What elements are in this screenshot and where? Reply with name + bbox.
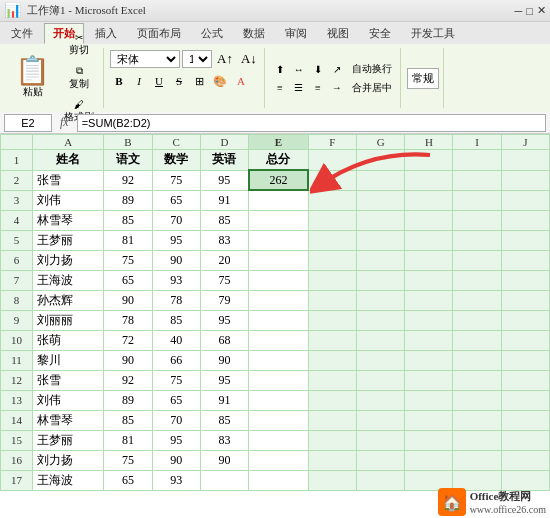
table-cell[interactable] (501, 470, 549, 490)
table-cell[interactable] (453, 310, 501, 330)
underline-button[interactable]: U (150, 72, 168, 90)
table-cell[interactable]: 90 (152, 250, 200, 270)
bold-button[interactable]: B (110, 72, 128, 90)
table-cell[interactable]: 91 (200, 190, 248, 210)
table-cell[interactable] (453, 170, 501, 190)
table-cell[interactable]: 93 (152, 470, 200, 490)
row-header-11[interactable]: 11 (1, 350, 33, 370)
number-format-select[interactable]: 常规 (407, 68, 439, 89)
table-cell[interactable] (453, 270, 501, 290)
row-header-6[interactable]: 6 (1, 250, 33, 270)
table-cell[interactable] (501, 310, 549, 330)
table-cell[interactable] (405, 470, 453, 490)
table-cell[interactable]: 刘力扬 (33, 450, 104, 470)
table-cell[interactable] (453, 150, 501, 171)
table-cell[interactable]: 72 (104, 330, 152, 350)
table-cell[interactable] (249, 210, 309, 230)
table-cell[interactable] (249, 370, 309, 390)
tab-view[interactable]: 视图 (318, 23, 358, 44)
table-cell[interactable] (308, 150, 356, 171)
table-cell[interactable] (308, 310, 356, 330)
row-header-7[interactable]: 7 (1, 270, 33, 290)
table-cell[interactable]: 95 (152, 230, 200, 250)
tab-developer[interactable]: 开发工具 (402, 23, 464, 44)
table-cell[interactable]: 75 (152, 170, 200, 190)
table-cell[interactable] (308, 290, 356, 310)
table-cell[interactable] (453, 470, 501, 490)
table-cell[interactable] (501, 450, 549, 470)
table-cell[interactable] (249, 330, 309, 350)
table-cell[interactable]: 85 (104, 410, 152, 430)
table-cell[interactable] (357, 370, 405, 390)
table-cell[interactable] (357, 470, 405, 490)
row-header-16[interactable]: 16 (1, 450, 33, 470)
table-cell[interactable] (357, 250, 405, 270)
table-cell[interactable] (501, 230, 549, 250)
table-cell[interactable] (405, 450, 453, 470)
table-cell[interactable]: 95 (152, 430, 200, 450)
italic-button[interactable]: I (130, 72, 148, 90)
table-cell[interactable]: 95 (200, 310, 248, 330)
cut-button[interactable]: ✂ 剪切 (59, 29, 99, 60)
table-cell[interactable] (308, 190, 356, 210)
table-cell[interactable]: 王梦丽 (33, 430, 104, 450)
table-cell[interactable] (501, 330, 549, 350)
row-header-15[interactable]: 15 (1, 430, 33, 450)
table-cell[interactable] (357, 330, 405, 350)
table-cell[interactable] (200, 470, 248, 490)
table-cell[interactable]: 95 (200, 170, 248, 190)
copy-button[interactable]: ⧉ 复制 (59, 62, 99, 94)
row-header-10[interactable]: 10 (1, 330, 33, 350)
table-cell[interactable] (453, 370, 501, 390)
table-cell[interactable] (249, 450, 309, 470)
table-cell[interactable]: 王海波 (33, 270, 104, 290)
row-header-9[interactable]: 9 (1, 310, 33, 330)
align-top-button[interactable]: ⬆ (271, 61, 289, 77)
table-cell[interactable] (405, 210, 453, 230)
merge-center-button[interactable]: 合并居中 (348, 79, 396, 97)
table-cell[interactable]: 张雪 (33, 170, 104, 190)
wrap-text-button[interactable]: 自动换行 (348, 60, 396, 78)
table-cell[interactable]: 林雪琴 (33, 210, 104, 230)
table-cell[interactable] (249, 410, 309, 430)
table-cell[interactable] (249, 270, 309, 290)
table-cell[interactable] (357, 290, 405, 310)
table-cell[interactable] (453, 430, 501, 450)
table-cell[interactable] (453, 290, 501, 310)
align-center-button[interactable]: ☰ (290, 79, 308, 95)
table-cell[interactable]: 张萌 (33, 330, 104, 350)
cell-reference-input[interactable] (4, 114, 52, 132)
orientation-button[interactable]: ↗ (328, 61, 346, 77)
tab-file[interactable]: 文件 (2, 23, 42, 44)
row-header-8[interactable]: 8 (1, 290, 33, 310)
table-cell[interactable] (405, 170, 453, 190)
table-cell[interactable]: 90 (200, 350, 248, 370)
window-maximize[interactable]: □ (526, 5, 533, 17)
table-cell[interactable]: 66 (152, 350, 200, 370)
table-cell[interactable] (453, 190, 501, 210)
table-cell[interactable] (249, 390, 309, 410)
table-cell[interactable] (357, 270, 405, 290)
table-cell[interactable] (501, 190, 549, 210)
table-cell[interactable] (357, 170, 405, 190)
table-cell[interactable] (453, 450, 501, 470)
table-cell[interactable]: 95 (200, 370, 248, 390)
window-close[interactable]: ✕ (537, 4, 546, 17)
table-cell[interactable] (501, 150, 549, 171)
table-cell[interactable] (308, 350, 356, 370)
table-cell[interactable]: 90 (104, 350, 152, 370)
table-cell[interactable] (405, 390, 453, 410)
strikethrough-button[interactable]: S (170, 72, 188, 90)
table-cell[interactable]: 83 (200, 230, 248, 250)
table-cell[interactable] (357, 450, 405, 470)
tab-review[interactable]: 审阅 (276, 23, 316, 44)
table-cell[interactable]: 75 (152, 370, 200, 390)
table-cell[interactable] (357, 190, 405, 210)
table-cell[interactable]: 65 (104, 270, 152, 290)
table-cell[interactable] (405, 370, 453, 390)
table-cell[interactable]: 90 (200, 450, 248, 470)
table-cell[interactable]: 总分 (249, 150, 309, 171)
table-cell[interactable]: 刘力扬 (33, 250, 104, 270)
table-cell[interactable]: 92 (104, 370, 152, 390)
table-cell[interactable] (405, 350, 453, 370)
